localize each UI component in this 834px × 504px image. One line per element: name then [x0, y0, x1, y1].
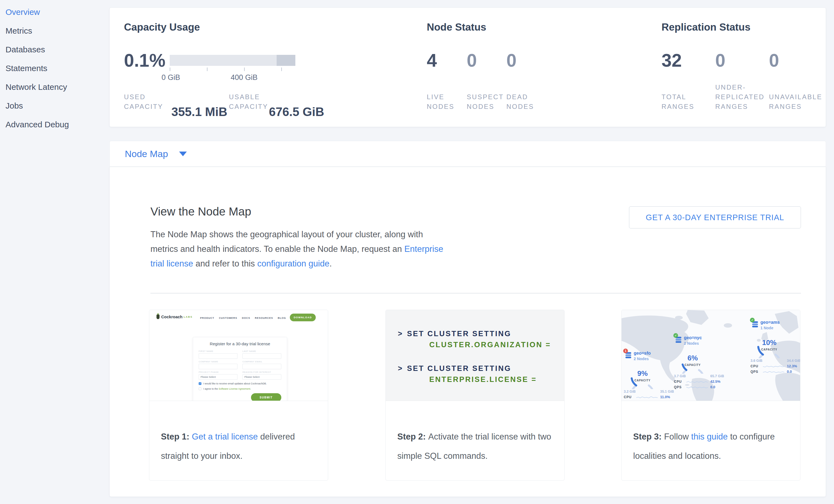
- total-ranges-label: TOTAL RANGES: [661, 92, 694, 111]
- cluster-summary-card: Capacity Usage 0.1% 0 GiB 400 GiB USED C…: [109, 7, 826, 127]
- sql-prompt: >: [398, 330, 403, 338]
- capacity-gauge: 6% CAPACITY: [678, 348, 707, 374]
- company-name-label: COMPANY NAME: [199, 360, 238, 363]
- configuration-guide-link[interactable]: configuration guide: [257, 259, 330, 268]
- get-trial-license-link[interactable]: Get a trial license: [192, 432, 258, 441]
- sidebar-item-advanced-debug[interactable]: Advanced Debug: [5, 115, 109, 134]
- first-name-field: [199, 353, 238, 359]
- description-line1: The Node Map shows the geographical layo…: [150, 229, 423, 239]
- used-capacity-label: USED CAPACITY: [124, 92, 163, 111]
- node-status-title: Node Status: [427, 22, 486, 33]
- usable-capacity-label: USABLE CAPACITY: [229, 92, 268, 111]
- logo-suffix: LABS: [184, 315, 193, 318]
- total-gib: 65.7 GiB: [710, 374, 724, 378]
- live-nodes-count: 4: [427, 51, 437, 69]
- this-guide-link[interactable]: this guide: [691, 432, 728, 441]
- trial-registration-screenshot: Cockroach LABS PRODUCT CUSTOMERS DOCS RE…: [149, 310, 328, 401]
- node-map-preview: 1 geo=sfo 2 Nodes 9% CAPACITY: [621, 310, 800, 401]
- download-button-image: DOWNLOAD: [290, 313, 316, 321]
- locality-label: geo=nyc: [684, 335, 702, 340]
- capacity-gauge: 9% CAPACITY: [628, 363, 657, 389]
- step1-card: Cockroach LABS PRODUCT CUSTOMERS DOCS RE…: [149, 310, 328, 481]
- nav-customers: CUSTOMERS: [219, 316, 237, 320]
- locality-widget-sfo: 1 geo=sfo 2 Nodes 9% CAPACITY: [624, 351, 677, 401]
- sidebar-item-statements[interactable]: Statements: [5, 59, 109, 78]
- used-gib: 3.7 GiB: [674, 374, 686, 378]
- enterprise-trial-license-link[interactable]: trial license: [150, 259, 193, 268]
- step2-card: >SET CLUSTER SETTING CLUSTER.ORGANIZATIO…: [386, 310, 565, 481]
- logo-text: Cockroach: [161, 314, 183, 319]
- cpu-value: 12.3%: [787, 364, 797, 368]
- dead-nodes-count: 0: [506, 51, 517, 69]
- capacity-used-percent: 0.1%: [124, 51, 165, 69]
- total-gib: 35.1 GiB: [660, 390, 674, 394]
- company-email-field: [242, 364, 281, 369]
- sidebar-item-metrics[interactable]: Metrics: [5, 22, 109, 40]
- reason-select: Please Select: [242, 374, 281, 380]
- locality-widget-ams: ✓ geo=ams 1 Node 10% CAPACITY: [750, 320, 800, 374]
- replication-status-title: Replication Status: [661, 22, 750, 33]
- step3-card: 1 geo=sfo 2 Nodes 9% CAPACITY: [621, 310, 800, 481]
- step2-label: Step 2:: [397, 432, 426, 441]
- qps-sparkline: [763, 370, 784, 373]
- cockroach-bug-icon: [156, 314, 159, 319]
- node-count-label: 2 Nodes: [684, 341, 702, 346]
- qps-value: 0.0: [787, 370, 792, 374]
- axis-tick-label-400: 400 GiB: [231, 73, 258, 82]
- project-phase-select: Please Select: [199, 374, 238, 380]
- last-name-field: [242, 353, 281, 359]
- sql-command-1: SET CLUSTER SETTING: [407, 330, 511, 338]
- database-icon: [626, 352, 631, 361]
- capacity-bar-reserved-segment: [277, 55, 295, 66]
- node-map-description: The Node Map shows the geographical layo…: [150, 227, 443, 271]
- sql-commands-illustration: >SET CLUSTER SETTING CLUSTER.ORGANIZATIO…: [386, 310, 564, 401]
- step3-label: Step 3:: [633, 432, 661, 441]
- locality-label: geo=sfo: [634, 351, 651, 356]
- sidebar-item-databases[interactable]: Databases: [5, 40, 109, 59]
- nav-resources: RESOURCES: [255, 316, 273, 320]
- reason-label: REASON FOR INTEREST: [242, 371, 281, 373]
- database-icon: [752, 321, 758, 330]
- enterprise-trial-license-link[interactable]: Enterprise: [404, 244, 443, 254]
- sidebar-item-overview[interactable]: Overview: [5, 3, 109, 22]
- axis-tick: [207, 67, 207, 71]
- qps-label: QPS: [674, 385, 684, 389]
- sidebar-item-jobs[interactable]: Jobs: [5, 96, 109, 115]
- divider: [150, 293, 801, 293]
- capacity-gauge-label: CAPACITY: [755, 348, 784, 351]
- qps-label: QPS: [624, 401, 634, 401]
- get-enterprise-trial-button[interactable]: GET A 30-DAY ENTERPRISE TRIAL: [629, 206, 801, 228]
- nav-blog: BLOG: [278, 316, 286, 320]
- axis-tick: [244, 67, 245, 71]
- capacity-gauge: 10% CAPACITY: [755, 332, 784, 358]
- axis-tick: [170, 67, 170, 71]
- capacity-percent: 9%: [628, 369, 657, 378]
- locality-widget-nyc: ✓ geo=nyc 2 Nodes 6% CAPACITY: [674, 335, 727, 389]
- step1-label: Step 1:: [161, 432, 189, 441]
- database-icon: [676, 337, 681, 346]
- mini-site-nav: PRODUCT CUSTOMERS DOCS RESOURCES BLOG: [200, 316, 286, 320]
- step3-text-before: Follow: [664, 432, 691, 441]
- description-end: .: [330, 259, 332, 268]
- capacity-percent: 6%: [678, 354, 707, 363]
- sidebar-item-network-latency[interactable]: Network Latency: [5, 78, 109, 96]
- checkbox-checked-icon: [199, 382, 201, 385]
- used-gib: 3.6 GiB: [750, 359, 762, 363]
- step3-caption: Step 3:Follow this guide to configure lo…: [621, 401, 800, 466]
- node-count-label: 1 Node: [761, 326, 780, 330]
- sidebar: Overview Metrics Databases Statements Ne…: [0, 0, 109, 504]
- cpu-sparkline: [763, 365, 784, 368]
- trial-license-form: Register for a 30-day trial license FIRS…: [193, 337, 287, 401]
- description-line2: metrics and health indicators. To enable…: [150, 244, 404, 254]
- cockroach-labs-logo: Cockroach LABS: [156, 314, 193, 319]
- email-updates-checkbox-label: I would like to receive email updates ab…: [203, 382, 267, 385]
- suspect-nodes-label: SUSPECT NODES: [467, 92, 504, 111]
- last-name-label: LAST NAME: [242, 350, 281, 352]
- under-replicated-ranges-label: UNDER- REPLICATED RANGES: [715, 82, 765, 111]
- qps-sparkline: [686, 386, 708, 389]
- sql-setting-license: ENTERPRISE.LICENSE =: [429, 374, 564, 385]
- cpu-label: CPU: [674, 380, 684, 384]
- checkbox-icon: [199, 388, 201, 390]
- view-selector-dropdown[interactable]: Node Map: [109, 141, 826, 167]
- axis-tick-label-0: 0 GiB: [161, 73, 180, 82]
